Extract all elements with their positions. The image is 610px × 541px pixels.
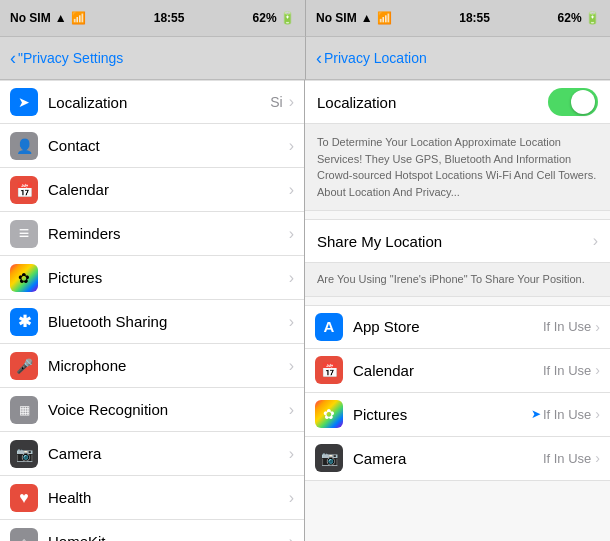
sidebar-item-reminders[interactable]: ≡ Reminders ›: [0, 212, 304, 256]
sidebar-item-voice[interactable]: ▦ Voice Recognition ›: [0, 388, 304, 432]
localization-chevron-icon: ›: [289, 93, 294, 111]
nav-back-label-left: "Privacy Settings: [18, 50, 123, 66]
pictures-app-status: If In Use: [543, 407, 591, 422]
homekit-label: HomeKit: [48, 533, 289, 541]
bluetooth-chevron-icon: ›: [289, 313, 294, 331]
status-bar-left: No SIM ▲ 📶 18:55 62% 🔋: [0, 0, 305, 36]
voice-icon: ▦: [10, 396, 38, 424]
microphone-chevron-icon: ›: [289, 357, 294, 375]
calendar-chevron-icon: ›: [289, 181, 294, 199]
calendar-label: Calendar: [48, 181, 289, 198]
time-left: 18:55: [154, 11, 185, 25]
app-row-appstore[interactable]: A App Store If In Use ›: [305, 305, 610, 349]
wifi-icon-right: 📶: [377, 11, 392, 25]
localization-toggle-label: Localization: [317, 94, 396, 111]
right-panel: Localization To Determine Your Location …: [305, 80, 610, 541]
appstore-icon: A: [315, 313, 343, 341]
camera-app-name: Camera: [353, 450, 543, 467]
status-bars: No SIM ▲ 📶 18:55 62% 🔋 No SIM ▲ 📶 18:55 …: [0, 0, 610, 36]
status-left-right: No SIM ▲ 📶: [316, 11, 392, 25]
share-location-chevron-icon: ›: [593, 232, 598, 250]
homekit-icon: ⌂: [10, 528, 38, 542]
app-row-calendar[interactable]: 📅 Calendar If In Use ›: [305, 349, 610, 393]
time-right: 18:55: [459, 11, 490, 25]
contact-icon: 👤: [10, 132, 38, 160]
contact-chevron-icon: ›: [289, 137, 294, 155]
microphone-icon: 🎤: [10, 352, 38, 380]
reminders-icon: ≡: [10, 220, 38, 248]
localization-toggle[interactable]: [548, 88, 598, 116]
main-content: ➤ Localization Si › 👤 Contact › 📅 Calend…: [0, 80, 610, 541]
camera-icon: 📷: [10, 440, 38, 468]
calendar-app-arrow-icon: ›: [595, 362, 600, 378]
battery-right: 62% 🔋: [558, 11, 600, 25]
no-sim-label-left: No SIM: [10, 11, 51, 25]
pictures-chevron-icon: ›: [289, 269, 294, 287]
share-description: Are You Using "Irene's iPhone" To Share …: [305, 263, 610, 297]
nav-bars: ‹ "Privacy Settings ‹ Privacy Location: [0, 36, 610, 80]
homekit-chevron-icon: ›: [289, 533, 294, 542]
camera-app-arrow-icon: ›: [595, 450, 600, 466]
status-right-left: 18:55: [154, 11, 185, 25]
reminders-label: Reminders: [48, 225, 289, 242]
camera-app-icon: 📷: [315, 444, 343, 472]
camera-chevron-icon: ›: [289, 445, 294, 463]
app-row-camera[interactable]: 📷 Camera If In Use ›: [305, 437, 610, 481]
localization-icon: ➤: [10, 88, 38, 116]
appstore-arrow-icon: ›: [595, 319, 600, 335]
voice-chevron-icon: ›: [289, 401, 294, 419]
microphone-label: Microphone: [48, 357, 289, 374]
sidebar-item-bluetooth[interactable]: ✱ Bluetooth Sharing ›: [0, 300, 304, 344]
nav-back-right[interactable]: ‹ Privacy Location: [316, 48, 427, 69]
localization-value: Si: [270, 94, 282, 110]
pictures-app-icon: ✿: [315, 400, 343, 428]
back-arrow-icon-right: ‹: [316, 48, 322, 69]
status-right-right: 18:55: [459, 11, 490, 25]
status-left-left: No SIM ▲ 📶: [10, 11, 86, 25]
nav-back-left[interactable]: ‹ "Privacy Settings: [10, 48, 123, 69]
nav-back-label-right: Privacy Location: [324, 50, 427, 66]
sidebar-item-contact[interactable]: 👤 Contact ›: [0, 124, 304, 168]
bluetooth-label: Bluetooth Sharing: [48, 313, 289, 330]
sidebar-item-pictures[interactable]: ✿ Pictures ›: [0, 256, 304, 300]
sidebar-item-health[interactable]: ♥ Health ›: [0, 476, 304, 520]
calendar-app-icon: 📅: [315, 356, 343, 384]
location-used-icon: ➤: [531, 407, 541, 421]
calendar-app-name: Calendar: [353, 362, 543, 379]
calendar-icon: 📅: [10, 176, 38, 204]
camera-label: Camera: [48, 445, 289, 462]
camera-app-status: If In Use: [543, 451, 591, 466]
localization-label: Localization: [48, 94, 270, 111]
sidebar-item-calendar[interactable]: 📅 Calendar ›: [0, 168, 304, 212]
bluetooth-icon: ✱: [10, 308, 38, 336]
location-description: To Determine Your Location Approximate L…: [305, 124, 610, 211]
toggle-knob: [571, 90, 595, 114]
pictures-label: Pictures: [48, 269, 289, 286]
no-sim-label-right: No SIM: [316, 11, 357, 25]
pictures-icon: ✿: [10, 264, 38, 292]
status-bar-right: No SIM ▲ 📶 18:55 62% 🔋: [305, 0, 610, 36]
contact-label: Contact: [48, 137, 289, 154]
localization-toggle-row[interactable]: Localization: [305, 80, 610, 124]
battery-left: 62% 🔋: [253, 11, 295, 25]
voice-label: Voice Recognition: [48, 401, 289, 418]
sidebar-item-camera[interactable]: 📷 Camera ›: [0, 432, 304, 476]
reminders-chevron-icon: ›: [289, 225, 294, 243]
signal-icon-right: ▲: [361, 11, 373, 25]
appstore-status: If In Use: [543, 319, 591, 334]
nav-bar-right: ‹ Privacy Location: [305, 36, 610, 80]
appstore-name: App Store: [353, 318, 543, 335]
health-icon: ♥: [10, 484, 38, 512]
pictures-app-name: Pictures: [353, 406, 531, 423]
pictures-app-arrow-icon: ›: [595, 406, 600, 422]
signal-icon-left: ▲: [55, 11, 67, 25]
sidebar-item-homekit[interactable]: ⌂ HomeKit ›: [0, 520, 304, 541]
wifi-icon-left: 📶: [71, 11, 86, 25]
left-panel: ➤ Localization Si › 👤 Contact › 📅 Calend…: [0, 80, 305, 541]
app-row-pictures[interactable]: ✿ Pictures ➤ If In Use ›: [305, 393, 610, 437]
share-location-row[interactable]: Share My Location ›: [305, 219, 610, 263]
sidebar-item-microphone[interactable]: 🎤 Microphone ›: [0, 344, 304, 388]
sidebar-item-localization[interactable]: ➤ Localization Si ›: [0, 80, 304, 124]
nav-bar-left: ‹ "Privacy Settings: [0, 36, 305, 80]
back-arrow-icon-left: ‹: [10, 48, 16, 69]
